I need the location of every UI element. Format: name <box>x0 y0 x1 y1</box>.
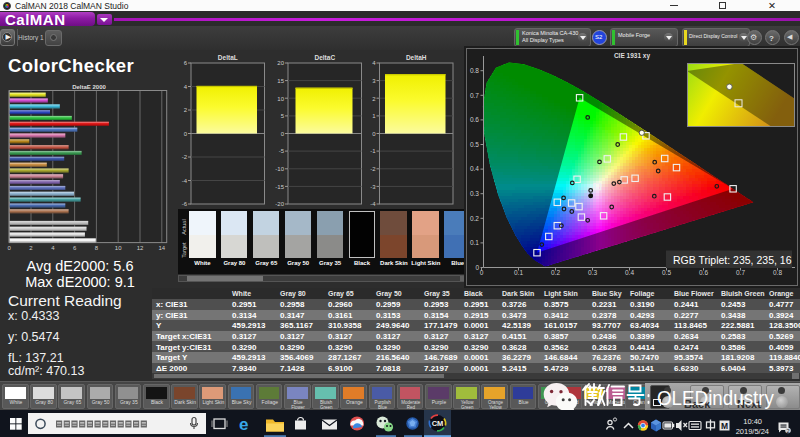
svg-text:0: 0 <box>8 245 12 251</box>
svg-text:0.4: 0.4 <box>470 165 479 172</box>
svg-text:14: 14 <box>158 245 165 251</box>
svg-text:2: 2 <box>372 96 376 102</box>
svg-text:OLEDindustry: OLEDindustry <box>657 386 775 409</box>
svg-text:0.6: 0.6 <box>470 116 479 123</box>
svg-text:CM: CM <box>432 419 444 428</box>
svg-text:5: 5 <box>281 113 285 119</box>
svg-text:CIE 1931 xy: CIE 1931 xy <box>614 52 651 60</box>
svg-text:-4: -4 <box>182 178 188 184</box>
svg-text:DeltaE 2000: DeltaE 2000 <box>72 84 106 90</box>
svg-text:DeltaC: DeltaC <box>315 54 336 61</box>
svg-text:-20: -20 <box>275 201 284 207</box>
svg-text:2: 2 <box>786 428 789 434</box>
svg-text:RGB Triplet: 235, 235, 16: RGB Triplet: 235, 235, 16 <box>673 254 792 266</box>
svg-text:15: 15 <box>277 78 284 84</box>
svg-text:2019/5/24: 2019/5/24 <box>736 427 769 436</box>
svg-text:0.4: 0.4 <box>625 269 634 276</box>
svg-text:-3: -3 <box>370 184 376 190</box>
svg-text:20: 20 <box>277 60 284 66</box>
svg-text:8: 8 <box>95 245 99 251</box>
svg-text:10: 10 <box>277 96 284 102</box>
svg-text:0.2: 0.2 <box>470 215 479 222</box>
svg-text:0.7: 0.7 <box>470 92 479 99</box>
svg-text:0: 0 <box>184 131 188 137</box>
svg-text:M: M <box>721 421 728 431</box>
svg-text:6: 6 <box>73 245 77 251</box>
svg-text:6: 6 <box>184 60 188 66</box>
svg-text:10: 10 <box>115 245 122 251</box>
svg-text:-2: -2 <box>182 154 188 160</box>
svg-text:-2: -2 <box>370 166 376 172</box>
svg-text:0.8: 0.8 <box>773 269 782 276</box>
svg-text:0.7: 0.7 <box>736 269 745 276</box>
svg-text:DeltaH: DeltaH <box>406 54 427 61</box>
svg-text:2: 2 <box>184 107 188 113</box>
svg-text:0.2: 0.2 <box>551 269 560 276</box>
svg-text:0: 0 <box>480 269 484 276</box>
svg-text:1: 1 <box>372 113 376 119</box>
svg-text:0.1: 0.1 <box>470 239 479 246</box>
svg-text:10:40: 10:40 <box>743 417 762 426</box>
svg-text:0: 0 <box>475 264 479 271</box>
svg-text:12: 12 <box>137 245 144 251</box>
svg-text:0.6: 0.6 <box>699 269 708 276</box>
svg-text:0.5: 0.5 <box>470 141 479 148</box>
svg-text:0.3: 0.3 <box>588 269 597 276</box>
svg-text:4: 4 <box>184 84 188 90</box>
svg-text:-5: -5 <box>279 148 285 154</box>
svg-text:0: 0 <box>281 131 285 137</box>
svg-text:0.8: 0.8 <box>470 67 479 74</box>
svg-text:-1: -1 <box>370 148 376 154</box>
svg-text:4: 4 <box>51 245 55 251</box>
svg-text:4: 4 <box>372 60 376 66</box>
svg-text:DeltaL: DeltaL <box>218 54 238 61</box>
svg-text:0.1: 0.1 <box>514 269 523 276</box>
svg-text:-10: -10 <box>275 166 284 172</box>
svg-text:0.3: 0.3 <box>470 190 479 197</box>
svg-text:0.5: 0.5 <box>662 269 671 276</box>
svg-text:e: e <box>239 415 248 434</box>
svg-text:2: 2 <box>29 245 33 251</box>
svg-text:3: 3 <box>372 78 376 84</box>
svg-text:0: 0 <box>372 131 376 137</box>
svg-text:-4: -4 <box>370 201 376 207</box>
svg-text:-15: -15 <box>275 184 284 190</box>
